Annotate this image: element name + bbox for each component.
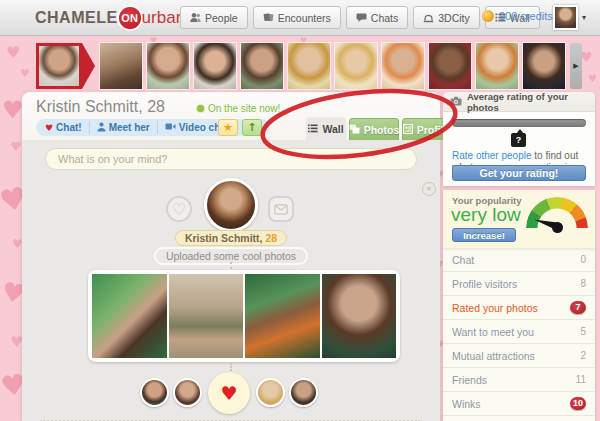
meet-her-button[interactable]: Meet her	[90, 121, 158, 134]
message-envelope-icon[interactable]	[268, 196, 294, 222]
rating-panel-header: Average rating of your photos	[443, 92, 595, 112]
chat-bubble-icon	[356, 12, 367, 23]
logo-on-badge: ON	[119, 7, 141, 29]
logo-text-urban: urban	[142, 8, 185, 28]
page-title: Kristin Schmitt, 28	[36, 98, 165, 116]
rating-panel: Average rating of your photos ? Rate oth…	[443, 92, 595, 186]
rating-panel-title: Average rating of your photos	[467, 91, 588, 113]
carousel-photo[interactable]	[429, 43, 471, 89]
status-badge: 7	[570, 301, 586, 314]
stat-row-winks[interactable]: Winks 10	[443, 392, 595, 416]
post-photo[interactable]	[92, 274, 167, 358]
nav-3dcity-label: 3DCity	[438, 12, 470, 24]
carousel-photo[interactable]	[523, 43, 565, 89]
stat-label: Rated your photos	[452, 302, 538, 314]
stat-value: 8	[580, 278, 586, 289]
post-close-icon[interactable]: ✕	[422, 182, 436, 196]
user-avatar	[553, 5, 578, 30]
post-author-age: 28	[265, 232, 277, 244]
tab-photos[interactable]: Photos	[349, 118, 399, 140]
increase-popularity-button[interactable]: Increase!	[452, 228, 516, 242]
person-icon	[97, 122, 106, 134]
rating-tooltip: ?	[511, 133, 526, 147]
tab-wall[interactable]: Wall	[306, 118, 346, 140]
nav-encounters-label: Encounters	[278, 12, 331, 24]
tab-wall-label: Wall	[322, 123, 343, 135]
stats-list: Chat 0 Profile visitors 8 Rated your pho…	[443, 248, 595, 421]
liker-avatar[interactable]	[256, 378, 285, 407]
carousel-promo-item[interactable]	[36, 43, 95, 89]
stat-value: 0	[580, 254, 586, 265]
nav-people-label: People	[205, 12, 238, 24]
credits-indicator[interactable]: 900 credits	[482, 10, 553, 22]
post-photos-card	[88, 270, 400, 362]
stat-row-friends[interactable]: Friends 11	[443, 368, 595, 392]
user-menu[interactable]: ▾	[553, 5, 586, 30]
nav-chats-label: Chats	[371, 12, 398, 24]
like-heart-icon[interactable]: ♡	[166, 196, 192, 222]
photos-tab-icon	[349, 124, 360, 136]
profile-tab-icon	[403, 124, 413, 136]
right-sidebar: Average rating of your photos ? Rate oth…	[443, 92, 595, 421]
get-your-rating-button[interactable]: Get your rating!	[452, 165, 586, 181]
profile-header: Kristin Schmitt, 28 On the site now! ♥ C…	[22, 92, 440, 140]
city-arch-icon	[423, 12, 434, 23]
stat-value: 5	[580, 326, 586, 337]
carousel-photo[interactable]	[241, 43, 283, 89]
status-badge: 10	[570, 397, 586, 410]
popularity-gauge	[526, 197, 588, 241]
liker-avatar[interactable]	[140, 378, 169, 407]
carousel-photo[interactable]	[288, 43, 330, 89]
like-post-button[interactable]: ♥	[208, 372, 250, 414]
chat-button[interactable]: ♥ Chat!	[38, 121, 90, 134]
heart-pattern-icon: ♥	[20, 68, 30, 79]
popularity-value: very low	[451, 204, 521, 226]
likers-row: ♥	[22, 372, 440, 414]
encounters-icon	[263, 12, 274, 23]
post-author-name-label: Kristin Schmitt,	[185, 232, 263, 244]
post-photo[interactable]	[245, 274, 320, 358]
status-composer-input[interactable]	[45, 148, 417, 170]
video-camera-icon	[165, 122, 176, 133]
post-photo[interactable]	[169, 274, 244, 358]
stat-label: Profile visitors	[452, 278, 517, 290]
post-author-name[interactable]: Kristin Schmitt, 28	[175, 230, 287, 246]
carousel-next-button[interactable]: ▶	[570, 43, 582, 89]
people-carousel: ▶	[36, 43, 582, 89]
stat-label: Chat	[452, 254, 474, 266]
carousel-photo[interactable]	[194, 43, 236, 89]
online-status-label: On the site now!	[208, 103, 280, 114]
post-photo[interactable]	[322, 274, 397, 358]
post-author-avatar[interactable]	[204, 178, 258, 232]
stat-label: Winks	[452, 398, 481, 410]
site-logo[interactable]: CHAMELEONurban	[35, 7, 185, 29]
favorite-star-button[interactable]: ★	[218, 119, 238, 136]
heart-pattern-icon: ♥	[10, 140, 22, 153]
nav-encounters-button[interactable]: Encounters	[253, 6, 341, 29]
liker-avatar[interactable]	[173, 378, 202, 407]
stat-row-profile-visitors[interactable]: Profile visitors 8	[443, 272, 595, 296]
credits-label: 900 credits	[499, 10, 553, 22]
carousel-photo[interactable]	[335, 43, 377, 89]
rating-slider	[452, 119, 586, 127]
carousel-photo[interactable]	[147, 43, 189, 89]
boost-up-button[interactable]: ↑	[242, 119, 262, 136]
dotted-connector	[230, 363, 232, 371]
stat-row-chat[interactable]: Chat 0	[443, 248, 595, 272]
stat-row-mutual-attractions[interactable]: Mutual attractions 2	[443, 344, 595, 368]
carousel-photo[interactable]	[382, 43, 424, 89]
nav-chats-button[interactable]: Chats	[346, 6, 408, 29]
stat-label: Want to meet you	[452, 326, 534, 338]
nav-people-button[interactable]: People	[180, 6, 248, 29]
rate-other-people-link[interactable]: Rate other people	[452, 150, 532, 161]
meet-her-label: Meet her	[109, 122, 150, 133]
heart-pattern-icon: ♥	[2, 98, 24, 122]
carousel-photo[interactable]	[100, 43, 142, 89]
nav-3dcity-button[interactable]: 3DCity	[413, 6, 480, 29]
stat-row-rated-your-photos[interactable]: Rated your photos 7	[443, 296, 595, 320]
chat-button-label: Chat!	[56, 122, 82, 133]
stat-row-want-to-meet-you[interactable]: Want to meet you 5	[443, 320, 595, 344]
liker-avatar[interactable]	[289, 378, 318, 407]
carousel-photo[interactable]	[476, 43, 518, 89]
online-status: On the site now!	[197, 103, 280, 114]
